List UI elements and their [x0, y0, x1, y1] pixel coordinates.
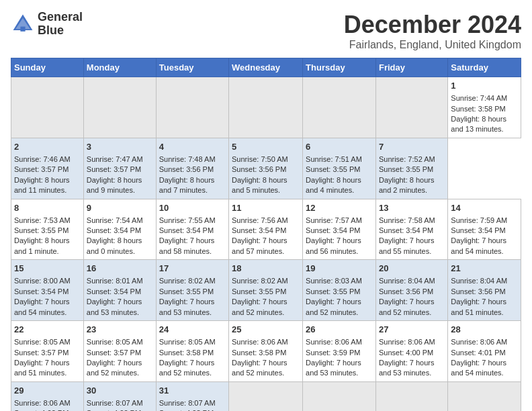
- daylight-text: Daylight: 7 hours and 52 minutes.: [379, 298, 435, 316]
- calendar-cell: 1Sunrise: 7:44 AMSunset: 3:58 PMDaylight…: [448, 77, 521, 138]
- calendar-cell: 24Sunrise: 8:05 AMSunset: 3:58 PMDayligh…: [156, 321, 228, 382]
- sunrise-text: Sunrise: 7:50 AM: [232, 155, 288, 163]
- calendar-cell: 17Sunrise: 8:02 AMSunset: 3:55 PMDayligh…: [156, 260, 228, 321]
- daylight-text: Daylight: 7 hours and 55 minutes.: [379, 236, 435, 255]
- sunrise-text: Sunrise: 8:02 AM: [232, 277, 288, 285]
- title-block: December 2024 Fairlands, England, United…: [344, 11, 521, 51]
- page-header: General Blue December 2024 Fairlands, En…: [11, 11, 521, 51]
- day-number: 16: [87, 263, 153, 275]
- sunrise-text: Sunrise: 8:04 AM: [451, 277, 507, 285]
- calendar-cell: 14Sunrise: 7:59 AMSunset: 3:54 PMDayligh…: [448, 199, 521, 260]
- sunrise-text: Sunrise: 8:07 AM: [159, 399, 216, 407]
- sunset-text: Sunset: 3:54 PM: [306, 226, 360, 234]
- daylight-text: Daylight: 7 hours and 54 minutes.: [14, 298, 70, 316]
- day-header-tuesday: Tuesday: [156, 58, 228, 77]
- calendar-cell: 25Sunrise: 8:06 AMSunset: 3:58 PMDayligh…: [229, 321, 303, 382]
- calendar-cell: 7Sunrise: 7:52 AMSunset: 3:55 PMDaylight…: [375, 138, 447, 199]
- day-number: 6: [306, 141, 373, 153]
- calendar-cell: 27Sunrise: 8:06 AMSunset: 4:00 PMDayligh…: [375, 321, 447, 382]
- sunset-text: Sunset: 3:54 PM: [14, 287, 69, 295]
- day-number: 8: [14, 202, 81, 214]
- calendar-cell: 18Sunrise: 8:02 AMSunset: 3:55 PMDayligh…: [229, 260, 303, 321]
- day-header-wednesday: Wednesday: [229, 58, 303, 77]
- day-header-monday: Monday: [83, 58, 156, 77]
- calendar-cell: [83, 77, 156, 138]
- day-number: 27: [379, 324, 445, 336]
- logo: General Blue: [11, 11, 83, 38]
- sunrise-text: Sunrise: 7:56 AM: [232, 216, 288, 224]
- sunrise-text: Sunrise: 8:00 AM: [14, 277, 71, 285]
- daylight-text: Daylight: 8 hours and 9 minutes.: [87, 176, 142, 194]
- calendar-week-row: 2Sunrise: 7:46 AMSunset: 3:57 PMDaylight…: [11, 138, 521, 199]
- day-number: 2: [14, 141, 81, 153]
- calendar-cell: [11, 77, 84, 138]
- calendar-cell: 21Sunrise: 8:04 AMSunset: 3:56 PMDayligh…: [448, 260, 521, 321]
- sunset-text: Sunset: 3:54 PM: [451, 226, 505, 234]
- sunset-text: Sunset: 3:55 PM: [159, 287, 214, 295]
- sunrise-text: Sunrise: 8:06 AM: [232, 338, 288, 346]
- calendar-cell: 13Sunrise: 7:58 AMSunset: 3:54 PMDayligh…: [375, 199, 447, 260]
- sunset-text: Sunset: 3:58 PM: [159, 349, 214, 357]
- day-number: 26: [306, 324, 373, 336]
- daylight-text: Daylight: 7 hours and 52 minutes.: [306, 298, 361, 316]
- day-number: 21: [451, 263, 518, 275]
- sunset-text: Sunset: 3:55 PM: [14, 226, 69, 234]
- sunrise-text: Sunrise: 7:53 AM: [14, 216, 71, 224]
- calendar-cell: 30Sunrise: 8:07 AMSunset: 4:02 PMDayligh…: [83, 381, 156, 411]
- daylight-text: Daylight: 8 hours and 11 minutes.: [14, 176, 70, 194]
- calendar-cell: [229, 77, 303, 138]
- sunset-text: Sunset: 4:00 PM: [379, 349, 433, 357]
- sunset-text: Sunset: 3:57 PM: [87, 349, 141, 357]
- daylight-text: Daylight: 7 hours and 51 minutes.: [451, 298, 506, 316]
- calendar-cell: 4Sunrise: 7:48 AMSunset: 3:56 PMDaylight…: [156, 138, 228, 199]
- main-title: December 2024: [344, 11, 521, 39]
- logo-text: General Blue: [38, 11, 83, 38]
- daylight-text: Daylight: 8 hours and 2 minutes.: [379, 176, 435, 194]
- daylight-text: Daylight: 7 hours and 53 minutes.: [87, 298, 142, 316]
- daylight-text: Daylight: 7 hours and 51 minutes.: [14, 359, 70, 377]
- day-number: 18: [232, 263, 300, 275]
- sunrise-text: Sunrise: 8:05 AM: [14, 338, 71, 346]
- day-number: 9: [87, 202, 153, 214]
- sunset-text: Sunset: 3:56 PM: [159, 165, 214, 173]
- sunrise-text: Sunrise: 8:01 AM: [87, 277, 143, 285]
- day-number: 20: [379, 263, 445, 275]
- sunrise-text: Sunrise: 8:06 AM: [306, 338, 362, 346]
- sunset-text: Sunset: 3:54 PM: [232, 226, 286, 234]
- sunrise-text: Sunrise: 7:55 AM: [159, 216, 216, 224]
- calendar-cell: 23Sunrise: 8:05 AMSunset: 3:57 PMDayligh…: [83, 321, 156, 382]
- calendar-cell: [303, 77, 376, 138]
- sunset-text: Sunset: 3:55 PM: [379, 165, 433, 173]
- day-number: 7: [379, 141, 445, 153]
- calendar-cell: 12Sunrise: 7:57 AMSunset: 3:54 PMDayligh…: [303, 199, 376, 260]
- daylight-text: Daylight: 7 hours and 52 minutes.: [87, 359, 142, 377]
- sunset-text: Sunset: 3:59 PM: [306, 349, 360, 357]
- sunset-text: Sunset: 3:58 PM: [232, 349, 286, 357]
- logo-icon: [11, 12, 35, 36]
- daylight-text: Daylight: 8 hours and 7 minutes.: [159, 176, 215, 194]
- sunset-text: Sunset: 3:55 PM: [306, 165, 360, 173]
- sunset-text: Sunset: 3:55 PM: [306, 287, 360, 295]
- daylight-text: Daylight: 8 hours and 13 minutes.: [451, 115, 506, 133]
- calendar-cell: 31Sunrise: 8:07 AMSunset: 4:03 PMDayligh…: [156, 381, 228, 411]
- day-number: 5: [232, 141, 300, 153]
- daylight-text: Daylight: 8 hours and 0 minutes.: [87, 236, 142, 255]
- sunset-text: Sunset: 3:54 PM: [87, 226, 141, 234]
- calendar-cell: [375, 381, 447, 411]
- calendar-cell: [229, 381, 303, 411]
- day-number: 14: [451, 202, 518, 214]
- daylight-text: Daylight: 7 hours and 53 minutes.: [306, 359, 361, 377]
- sunrise-text: Sunrise: 7:54 AM: [87, 216, 143, 224]
- daylight-text: Daylight: 7 hours and 52 minutes.: [232, 359, 287, 377]
- sunrise-text: Sunrise: 7:57 AM: [306, 216, 362, 224]
- calendar-cell: 28Sunrise: 8:06 AMSunset: 4:01 PMDayligh…: [448, 321, 521, 382]
- calendar-cell: 9Sunrise: 7:54 AMSunset: 3:54 PMDaylight…: [83, 199, 156, 260]
- day-number: 3: [87, 141, 153, 153]
- calendar-table: SundayMondayTuesdayWednesdayThursdayFrid…: [11, 58, 521, 411]
- daylight-text: Daylight: 7 hours and 53 minutes.: [159, 298, 215, 316]
- sunrise-text: Sunrise: 7:44 AM: [451, 94, 507, 102]
- day-number: 25: [232, 324, 300, 336]
- sunrise-text: Sunrise: 8:03 AM: [306, 277, 362, 285]
- day-number: 22: [14, 324, 81, 336]
- calendar-week-row: 15Sunrise: 8:00 AMSunset: 3:54 PMDayligh…: [11, 260, 521, 321]
